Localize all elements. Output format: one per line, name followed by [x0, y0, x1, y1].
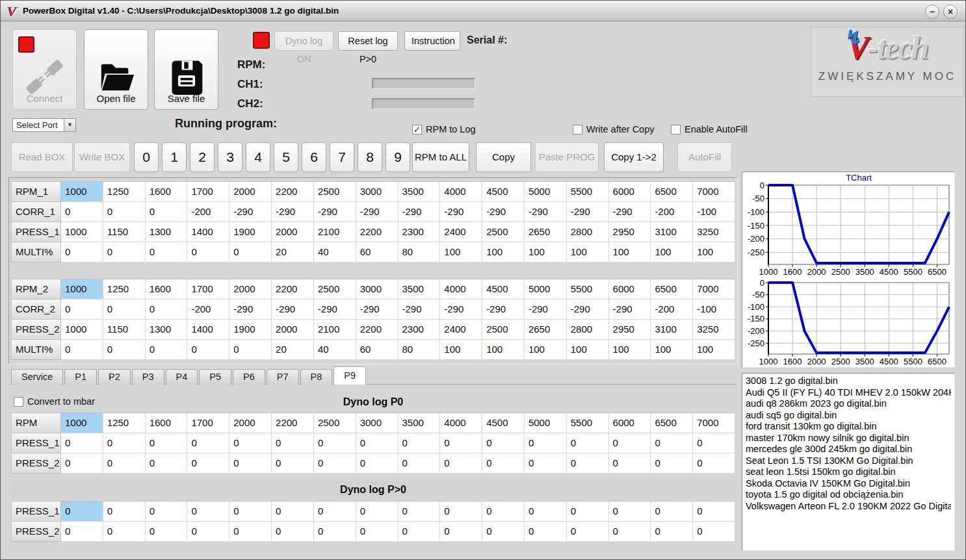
program-button-2[interactable]: 2 — [190, 142, 215, 172]
table-cell[interactable]: -290 — [567, 202, 609, 222]
table-cell[interactable]: 0 — [103, 502, 146, 522]
table-cell[interactable]: 4500 — [482, 413, 525, 433]
tab-p2[interactable]: P2 — [98, 369, 131, 385]
close-button[interactable]: × — [943, 5, 958, 19]
table-cell[interactable]: 100 — [651, 340, 693, 360]
table-cell[interactable]: 0 — [693, 522, 735, 542]
file-list-item[interactable]: toyota 1.5 go digital od obciążenia.bin — [746, 489, 951, 501]
table-cell[interactable]: 0 — [61, 202, 103, 222]
table-cell[interactable]: 6000 — [609, 413, 651, 433]
table-cell[interactable]: 0 — [61, 453, 103, 474]
save-file-button[interactable]: Save file — [154, 29, 218, 110]
table-cell[interactable]: 0 — [103, 202, 146, 222]
table-cell[interactable]: 5000 — [525, 413, 567, 433]
instruction-button[interactable]: Instruction — [404, 31, 460, 51]
table-cell[interactable]: -200 — [187, 202, 229, 222]
table-cell[interactable]: -200 — [651, 202, 693, 222]
table-cell[interactable]: 0 — [61, 433, 103, 453]
tab-service[interactable]: Service — [11, 369, 63, 385]
table-cell[interactable]: 4500 — [482, 279, 525, 299]
table-cell[interactable]: 0 — [525, 433, 567, 453]
tab-p1[interactable]: P1 — [64, 369, 97, 385]
tab-p9[interactable]: P9 — [333, 366, 366, 385]
table-cell[interactable]: 0 — [103, 340, 146, 360]
table-cell[interactable]: 1150 — [103, 320, 146, 340]
table-cell[interactable]: 0 — [61, 299, 103, 320]
table-cell[interactable]: 5500 — [567, 182, 609, 202]
table-cell[interactable]: 0 — [146, 433, 188, 453]
table-cell[interactable]: 1300 — [146, 222, 188, 242]
table-cell[interactable]: 0 — [398, 453, 441, 474]
table-cell[interactable]: 0 — [146, 453, 188, 474]
table-cell[interactable]: -290 — [482, 299, 525, 320]
rpm-to-all-button[interactable]: RPM to ALL — [412, 142, 469, 172]
table-cell[interactable]: 2200 — [356, 222, 398, 242]
table-cell[interactable]: 1250 — [103, 279, 146, 299]
table-cell[interactable]: 0 — [356, 502, 398, 522]
program-button-4[interactable]: 4 — [246, 142, 270, 172]
table-cell[interactable]: 40 — [314, 340, 356, 360]
enable-autofill-checkbox[interactable]: Enable AutoFill — [671, 124, 748, 134]
file-list-item[interactable]: master 170km nowy silnik go digital.bin — [746, 433, 951, 444]
table-cell[interactable]: 0 — [61, 502, 103, 522]
table-cell[interactable]: 0 — [187, 340, 229, 360]
table-cell[interactable]: 0 — [187, 433, 229, 453]
table-cell[interactable]: 2100 — [314, 222, 356, 242]
table-cell[interactable]: 5500 — [567, 279, 609, 299]
table-cell[interactable]: 0 — [482, 453, 525, 474]
table-cell[interactable]: 100 — [440, 242, 482, 262]
table-cell[interactable]: 6500 — [651, 279, 693, 299]
table-cell[interactable]: 1700 — [187, 413, 229, 433]
table-cell[interactable]: 0 — [229, 502, 272, 522]
table-cell[interactable]: 7000 — [693, 413, 735, 433]
table-cell[interactable]: 1250 — [103, 413, 146, 433]
table-cell[interactable]: 1700 — [187, 279, 229, 299]
table-cell[interactable]: -290 — [525, 299, 567, 320]
write-after-copy-checkbox[interactable]: Write after Copy — [573, 124, 655, 134]
table-cell[interactable]: 4000 — [440, 182, 482, 202]
table-cell[interactable]: 0 — [272, 522, 314, 542]
table-cell[interactable]: 0 — [693, 433, 735, 453]
table-cell[interactable]: -290 — [314, 299, 356, 320]
table-cell[interactable]: 0 — [229, 242, 272, 262]
table-cell[interactable]: 4000 — [440, 279, 482, 299]
table-cell[interactable]: 100 — [525, 340, 567, 360]
table-cell[interactable]: 0 — [103, 242, 146, 262]
table-cell[interactable]: 3100 — [651, 320, 693, 340]
table-cell[interactable]: 1000 — [61, 182, 103, 202]
table-cell[interactable]: 0 — [440, 453, 482, 474]
table-cell[interactable]: 4000 — [440, 413, 482, 433]
table-cell[interactable]: 2950 — [609, 222, 651, 242]
table-cell[interactable]: 0 — [356, 433, 398, 453]
table-cell[interactable]: 1000 — [61, 413, 103, 433]
table-cell[interactable]: 0 — [314, 522, 356, 542]
table-cell[interactable]: -290 — [229, 299, 272, 320]
program-button-9[interactable]: 9 — [385, 142, 410, 172]
table-cell[interactable]: 2500 — [314, 413, 356, 433]
table-cell[interactable]: 2400 — [440, 320, 482, 340]
table-cell[interactable]: 0 — [229, 433, 272, 453]
table-cell[interactable]: 0 — [272, 433, 314, 453]
table-cell[interactable]: 0 — [398, 433, 441, 453]
table-cell[interactable]: -290 — [609, 202, 651, 222]
table-cell[interactable]: -290 — [229, 202, 272, 222]
table-cell[interactable]: 6500 — [651, 413, 693, 433]
table-cell[interactable]: 3000 — [356, 182, 398, 202]
table-cell[interactable]: 0 — [187, 453, 229, 474]
table-cell[interactable]: 2000 — [229, 182, 272, 202]
program-button-0[interactable]: 0 — [134, 142, 159, 172]
table-cell[interactable]: 20 — [272, 340, 314, 360]
table-cell[interactable]: -290 — [356, 202, 398, 222]
table-cell[interactable]: -290 — [482, 202, 525, 222]
table-cell[interactable]: 1600 — [146, 413, 188, 433]
table-cell[interactable]: -290 — [567, 299, 609, 320]
table-cell[interactable]: 100 — [567, 340, 609, 360]
table-cell[interactable]: 0 — [103, 522, 146, 542]
program-button-5[interactable]: 5 — [274, 142, 298, 172]
table-cell[interactable]: 1150 — [103, 222, 146, 242]
file-list-item[interactable]: Seat Leon 1.5 TSI 130KM Go Digital.bin — [746, 455, 951, 467]
table-cell[interactable]: 5500 — [567, 413, 609, 433]
table-cell[interactable]: 0 — [229, 522, 272, 542]
table-cell[interactable]: 100 — [567, 242, 609, 262]
table-cell[interactable]: 0 — [103, 299, 146, 320]
